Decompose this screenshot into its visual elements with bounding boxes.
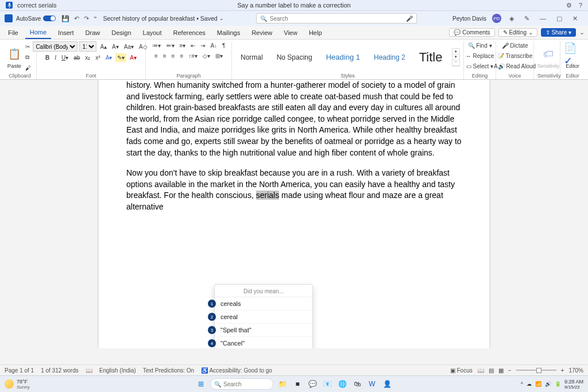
document-canvas[interactable]: history. When humanity switched from a h… bbox=[0, 80, 588, 348]
font-name-select[interactable]: Calibri (Body) bbox=[33, 41, 78, 52]
tray-battery-icon[interactable]: 🔋 bbox=[555, 381, 561, 387]
editing-button[interactable]: ✎ Editing ⌄ bbox=[498, 28, 537, 37]
user-name[interactable]: Peyton Davis bbox=[452, 15, 486, 22]
font-size-select[interactable]: 11 bbox=[79, 41, 96, 52]
tab-mailings[interactable]: Mailings bbox=[212, 27, 245, 38]
text-effects-icon[interactable]: A▾ bbox=[104, 53, 114, 62]
web-layout-icon[interactable]: ▦ bbox=[498, 367, 504, 374]
multilevel-icon[interactable]: ≡▾ bbox=[178, 41, 188, 50]
style-nospacing[interactable]: No Spacing bbox=[272, 51, 318, 64]
justify-icon[interactable]: ≡ bbox=[178, 52, 185, 60]
status-page[interactable]: Page 1 of 1 bbox=[5, 367, 34, 374]
user-avatar[interactable]: PD bbox=[492, 14, 501, 23]
tray-chevron-icon[interactable]: ^ bbox=[521, 381, 523, 387]
redo-icon[interactable]: ↷ bbox=[84, 15, 89, 22]
subscript-button[interactable]: x₂ bbox=[83, 53, 92, 62]
paragraph-2[interactable]: Now you don't have to skip breakfast bec… bbox=[126, 168, 462, 212]
italic-button[interactable]: I bbox=[53, 53, 58, 62]
bullets-icon[interactable]: ≔▾ bbox=[150, 41, 163, 50]
paragraph-1[interactable]: history. When humanity switched from a h… bbox=[126, 80, 462, 158]
grow-font-icon[interactable]: A▴ bbox=[98, 42, 109, 51]
voice-help-icon[interactable]: ? bbox=[579, 2, 582, 9]
ribbon-collapse-icon[interactable]: ⌄ bbox=[579, 29, 585, 36]
zoom-in-button[interactable]: + bbox=[561, 367, 564, 374]
zoom-out-button[interactable]: − bbox=[508, 367, 512, 374]
align-right-icon[interactable]: ≡ bbox=[170, 52, 177, 60]
tab-draw[interactable]: Draw bbox=[81, 27, 105, 38]
highlight-icon[interactable]: ✎▾ bbox=[115, 53, 126, 62]
zoom-level[interactable]: 170% bbox=[568, 367, 583, 374]
maximize-button[interactable]: ▢ bbox=[554, 15, 564, 22]
status-predictions[interactable]: Text Predictions: On bbox=[143, 367, 194, 374]
tab-layout[interactable]: Layout bbox=[138, 27, 167, 38]
find-button[interactable]: 🔍 Find ▾ bbox=[466, 41, 494, 50]
tab-review[interactable]: Review bbox=[247, 27, 277, 38]
tray-wifi-icon[interactable]: 📶 bbox=[535, 381, 541, 387]
zoom-slider[interactable] bbox=[516, 370, 556, 371]
taskbar-app-5[interactable]: 👤 bbox=[381, 378, 393, 390]
styles-gallery[interactable]: Normal No Spacing Heading 1 Heading 2 Ti… bbox=[235, 47, 450, 68]
tray-cloud-icon[interactable]: ☁ bbox=[527, 381, 532, 387]
tray-volume-icon[interactable]: 🔊 bbox=[545, 381, 551, 387]
dictate-button[interactable]: 🎤 Dictate bbox=[500, 41, 530, 50]
format-painter-icon[interactable]: 🖌 bbox=[24, 64, 33, 72]
status-spellcheck-icon[interactable]: 📖 bbox=[86, 367, 92, 374]
paragraph-marks-icon[interactable]: ¶ bbox=[220, 41, 227, 50]
tab-insert[interactable]: Insert bbox=[53, 27, 79, 38]
read-aloud-button[interactable]: A🔊 Read Aloud bbox=[492, 62, 537, 71]
align-center-icon[interactable]: ≡ bbox=[161, 52, 168, 60]
tab-home[interactable]: Home bbox=[25, 26, 51, 39]
sort-icon[interactable]: A↓ bbox=[208, 41, 219, 50]
shrink-font-icon[interactable]: A▾ bbox=[110, 42, 121, 51]
system-clock[interactable]: 9:28 AM 9/15/22 bbox=[564, 379, 583, 390]
weather-widget[interactable]: 78°F Sunny bbox=[5, 379, 30, 390]
status-accessibility[interactable]: ♿ Accessibility: Good to go bbox=[201, 367, 272, 374]
replace-button[interactable]: ↔ Replace bbox=[464, 52, 496, 60]
select-button[interactable]: ▭ Select ▾ bbox=[465, 62, 495, 71]
style-title[interactable]: Title bbox=[414, 47, 448, 68]
style-heading1[interactable]: Heading 1 bbox=[321, 50, 365, 64]
underline-button[interactable]: U▾ bbox=[60, 53, 70, 62]
align-left-icon[interactable]: ≡ bbox=[153, 52, 160, 60]
style-heading2[interactable]: Heading 2 bbox=[369, 51, 411, 64]
cut-icon[interactable]: ✂ bbox=[24, 42, 33, 51]
strikethrough-button[interactable]: ab bbox=[72, 53, 82, 62]
styles-scroller[interactable]: ▴▾⁼ bbox=[452, 48, 460, 67]
taskbar-store-icon[interactable]: 🛍 bbox=[351, 378, 363, 390]
tell-me-search[interactable]: 🔍 Search 🎤 bbox=[256, 13, 417, 24]
borders-icon[interactable]: ⊞▾ bbox=[214, 52, 225, 60]
taskbar-app-2[interactable]: ■ bbox=[292, 378, 303, 390]
close-button[interactable]: ✕ bbox=[570, 15, 580, 22]
tab-design[interactable]: Design bbox=[107, 27, 136, 38]
numbering-icon[interactable]: ≕▾ bbox=[164, 41, 176, 50]
doc-name-dropdown-icon[interactable]: ⌄ bbox=[219, 15, 224, 21]
change-case-icon[interactable]: Aa▾ bbox=[122, 42, 136, 51]
tab-help[interactable]: Help bbox=[304, 27, 327, 38]
decrease-indent-icon[interactable]: ⇤ bbox=[189, 41, 197, 50]
diamond-icon[interactable]: ◈ bbox=[507, 15, 516, 22]
font-color-icon[interactable]: A▾ bbox=[128, 53, 138, 62]
voice-settings-icon[interactable]: ⚙ bbox=[566, 2, 572, 9]
taskbar-app-4[interactable]: 📧 bbox=[322, 378, 333, 390]
tab-file[interactable]: File bbox=[3, 27, 23, 38]
minimize-button[interactable]: — bbox=[537, 15, 548, 22]
suggestion-item-3[interactable]: 3 "Spell that" bbox=[215, 324, 312, 337]
undo-icon[interactable]: ↶ bbox=[74, 15, 79, 22]
comments-button[interactable]: 💬 Comments bbox=[449, 28, 494, 37]
suggestion-item-2[interactable]: 2 cereal bbox=[215, 311, 312, 324]
save-icon[interactable]: 💾 bbox=[61, 15, 69, 22]
bold-button[interactable]: B bbox=[44, 53, 51, 62]
autosave-toggle[interactable]: AutoSave bbox=[16, 15, 56, 22]
document-name[interactable]: Secret history of popular breakfast • Sa… bbox=[103, 15, 217, 22]
shading-icon[interactable]: ◇▾ bbox=[201, 52, 212, 60]
read-mode-icon[interactable]: 📖 bbox=[477, 367, 484, 374]
taskbar-word-icon[interactable]: W bbox=[366, 378, 378, 390]
line-spacing-icon[interactable]: ↕≡▾ bbox=[187, 52, 199, 60]
tab-references[interactable]: References bbox=[169, 27, 210, 38]
status-words[interactable]: 1 of 312 words bbox=[41, 367, 79, 374]
share-button[interactable]: ⇪ Share ▾ bbox=[541, 28, 576, 37]
qat-dropdown-icon[interactable]: ⁼ bbox=[94, 15, 97, 22]
start-button[interactable]: ⊞ bbox=[195, 378, 207, 390]
pen-icon[interactable]: ✎ bbox=[522, 15, 532, 22]
sensitivity-button[interactable]: 🏷 Sensitivity bbox=[537, 46, 559, 69]
